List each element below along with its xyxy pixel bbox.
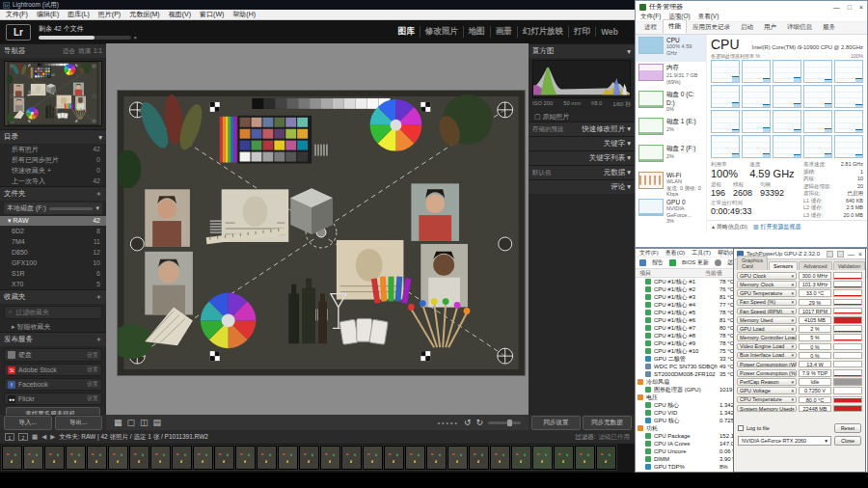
rotate-left-icon[interactable]: ↺	[464, 415, 472, 430]
filmstrip-thumbnail[interactable]	[278, 446, 298, 470]
open-resource-monitor-link[interactable]: ▥ 打开资源监视器	[753, 223, 800, 231]
forward-icon[interactable]: ▶	[50, 433, 55, 441]
filmstrip-thumbnail[interactable]	[44, 446, 65, 470]
chevron-down-icon[interactable]: ▾	[791, 352, 794, 358]
filmstrip-thumbnail[interactable]	[384, 446, 404, 470]
filter-value[interactable]: 滤镜已停用	[599, 433, 631, 442]
publish-header[interactable]: 发布服务＋	[0, 332, 106, 346]
add-collection-icon[interactable]: ＋	[95, 292, 103, 302]
menu-item[interactable]: 视图(V)	[169, 10, 191, 19]
folder-row-raw[interactable]: ▾ RAW42	[0, 216, 106, 226]
drive-row[interactable]: 本地磁盘 (F:)▾	[4, 203, 102, 214]
publish-service-action[interactable]: 设置	[87, 351, 98, 360]
filmstrip-thumbnail[interactable]	[235, 446, 256, 470]
tab[interactable]: 进程	[639, 21, 662, 34]
chevron-down-icon[interactable]: ▾	[791, 299, 794, 305]
publish-service[interactable]: StAdobe Stock设置	[4, 364, 102, 376]
menu-item[interactable]: 文件(F)	[640, 13, 661, 21]
filmstrip-thumbnail[interactable]	[554, 446, 574, 470]
folder-row[interactable]: D85012	[0, 247, 106, 258]
panel-header[interactable]: 关键字 ▾	[529, 136, 635, 150]
zoom-option[interactable]: 适合	[63, 47, 75, 56]
publish-service[interactable]: 硬盘设置	[4, 348, 102, 362]
sensor-name-button[interactable]: GPU Load▾	[737, 325, 797, 333]
chevron-down-icon[interactable]: ▾	[791, 396, 794, 402]
sensor-name-button[interactable]: GPU Voltage▾	[737, 387, 797, 394]
loupe-view-icon[interactable]: ▢	[127, 415, 136, 430]
publish-service-action[interactable]: 设置	[87, 366, 98, 374]
compare-view-icon[interactable]: ◫	[140, 415, 149, 430]
performance-sidebar-item[interactable]: 磁盘 0 (C: D:) 0%	[636, 89, 706, 116]
filmstrip-thumbnail[interactable]	[405, 446, 425, 470]
search-icon[interactable]	[715, 259, 721, 266]
menu-item[interactable]: 帮助(H)	[232, 10, 256, 19]
chevron-down-icon[interactable]: ▾	[791, 282, 794, 287]
menu-item[interactable]: 编辑(E)	[37, 10, 59, 19]
sensor-name-button[interactable]: Power Consumption (W)▾	[737, 361, 797, 368]
performance-sidebar-item[interactable]: CPU 100% 4.59 GHz	[636, 35, 706, 62]
catalog-item[interactable]: 所有照片42	[0, 144, 106, 154]
close-icon[interactable]: ×	[859, 4, 863, 11]
menu-item[interactable]: 文件(F)	[639, 249, 659, 258]
tab[interactable]: 应用历史记录	[688, 21, 735, 34]
close-icon[interactable]: ×	[858, 251, 862, 258]
back-icon[interactable]: ◀	[41, 433, 46, 441]
publish-service-action[interactable]: 设置	[87, 394, 98, 403]
filmstrip-thumbnail[interactable]	[448, 446, 468, 470]
add-folder-icon[interactable]: ＋	[95, 189, 103, 199]
chevron-down-icon[interactable]: ▾	[791, 379, 794, 385]
filmstrip-thumbnail[interactable]	[108, 446, 128, 470]
panel-header[interactable]: 存储的预设 快速修改照片 ▾	[529, 122, 635, 136]
filmstrip-thumbnail[interactable]	[596, 446, 616, 470]
menu-item[interactable]: 查看(O)	[665, 249, 686, 258]
tab[interactable]: Validation	[833, 261, 866, 270]
chevron-down-icon[interactable]: ▾	[791, 309, 794, 314]
sensor-name-button[interactable]: GPU Clock▾	[737, 272, 797, 280]
chevron-down-icon[interactable]: ▾	[791, 273, 794, 279]
close-button[interactable]: Close	[834, 436, 861, 446]
import-button[interactable]: 导入...	[4, 416, 52, 430]
menu-item[interactable]: 元数据(M)	[129, 10, 160, 19]
photo-test-scene[interactable]	[117, 90, 526, 376]
maximize-icon[interactable]: □	[848, 4, 852, 11]
export-button[interactable]: 导出...	[55, 416, 103, 430]
filmstrip-thumbnail[interactable]	[490, 446, 510, 470]
filmstrip-thumbnail[interactable]	[172, 446, 192, 470]
tab[interactable]: 详细信息	[782, 21, 817, 34]
catalog-header[interactable]: 目录▾	[0, 129, 106, 144]
filmstrip-thumbnail[interactable]	[129, 446, 149, 470]
download-icon[interactable]	[669, 259, 676, 266]
menu-item[interactable]: 窗口(W)	[200, 10, 224, 19]
lightroom-titlebar[interactable]: Lr Lightroom (试用)	[0, 0, 635, 10]
filmstrip-thumbnail[interactable]	[2, 446, 22, 470]
filmstrip-thumbnail[interactable]	[23, 446, 43, 470]
filmstrip-thumbnail[interactable]	[214, 446, 234, 470]
zoom-option[interactable]: 1:1	[94, 47, 102, 56]
primary-monitor-icon[interactable]: 1	[5, 433, 14, 441]
smart-collections-row[interactable]: ▸ 智能收藏夹	[0, 321, 106, 332]
column-item[interactable]: 项目	[636, 269, 705, 277]
bios-update-button[interactable]: BIOS 更新	[682, 258, 709, 267]
filmstrip-thumbnail[interactable]	[363, 446, 383, 470]
chart-icon[interactable]	[639, 259, 646, 266]
tab[interactable]: 性能	[663, 19, 687, 34]
add-publish-icon[interactable]: ＋	[95, 335, 103, 344]
navigator-header[interactable]: 导航器 适合填满1:1	[0, 43, 106, 58]
folder-row[interactable]: GFX10010	[0, 258, 106, 268]
module-tab[interactable]: 图库	[393, 26, 420, 38]
module-tab[interactable]: 修改照片	[420, 26, 463, 38]
filmstrip-thumbnail[interactable]	[257, 446, 277, 470]
sync-settings-button[interactable]: 同步设置	[531, 416, 581, 430]
module-tab[interactable]: 地图	[463, 26, 490, 38]
module-tab[interactable]: 幻灯片放映	[517, 26, 569, 38]
module-tab[interactable]: 打印	[568, 26, 595, 38]
report-button[interactable]: 报告	[652, 258, 664, 267]
gpu-select[interactable]: NVIDIA GeForce RTX 2060▾	[738, 436, 831, 446]
navigator-thumbnail[interactable]	[4, 61, 102, 126]
tab[interactable]: Graphics Card	[737, 256, 768, 270]
histogram-graph[interactable]	[532, 60, 631, 98]
sensor-name-button[interactable]: Fan Speed (RPM)▾	[737, 308, 797, 315]
tab[interactable]: 服务	[818, 21, 840, 34]
sensor-name-button[interactable]: Power Consumption (%)▾	[737, 369, 797, 377]
folder-row[interactable]: S1R6	[0, 268, 106, 279]
